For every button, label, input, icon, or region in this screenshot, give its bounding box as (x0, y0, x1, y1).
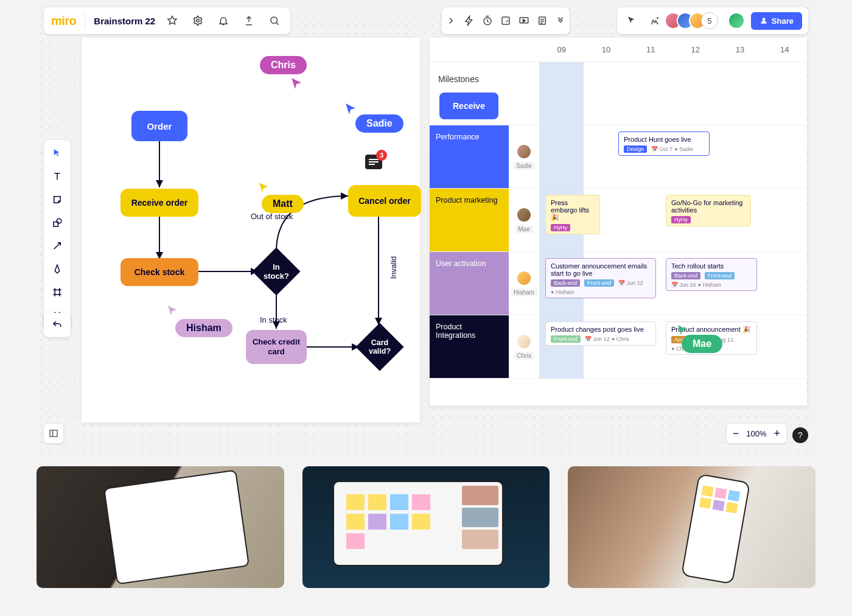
timeline-row-integrations: Product Integrations Chris Product chang… (430, 315, 807, 379)
topbar-left: miro Brainstorm 22 (44, 7, 290, 34)
text-tool-icon[interactable] (49, 168, 66, 185)
note-list-icon[interactable] (534, 12, 551, 29)
svg-point-0 (197, 19, 200, 23)
more-chevrons-icon[interactable] (552, 12, 569, 29)
timer-icon[interactable] (479, 12, 496, 29)
miro-logo[interactable]: miro (51, 14, 76, 28)
star-icon[interactable] (164, 12, 181, 29)
timeline-col-10: 10 (584, 45, 628, 54)
present-icon[interactable] (515, 12, 532, 29)
svg-point-6 (657, 18, 658, 19)
divider (85, 13, 85, 29)
reactions-icon[interactable] (646, 12, 663, 29)
collaborator-avatars[interactable]: 5 (669, 12, 718, 29)
card-announcement-emails[interactable]: Customer announcement emails start to go… (545, 258, 656, 298)
share-button[interactable]: Share (751, 12, 802, 30)
avatar (516, 207, 532, 223)
gallery-tv (302, 466, 550, 588)
bell-icon[interactable] (215, 12, 232, 29)
gallery-phone (568, 466, 815, 588)
timeline-row-performance: Performance Sadie Product Hunt goes live… (430, 125, 807, 189)
chevron-right-icon[interactable] (442, 12, 459, 29)
svg-rect-3 (502, 17, 509, 24)
embed-icon[interactable] (497, 12, 514, 29)
avatar (516, 144, 532, 159)
timeline-header: 09 10 11 12 13 14 (430, 38, 807, 62)
current-user-avatar[interactable] (728, 12, 745, 29)
avatar (516, 270, 532, 286)
flowchart-connectors (82, 38, 420, 422)
timeline-frame[interactable]: 09 10 11 12 13 14 Milestones Receive (430, 38, 807, 405)
timeline-col-12: 12 (673, 45, 718, 54)
svg-point-1 (271, 17, 278, 24)
topbar-center (442, 7, 570, 34)
timeline-col-11: 11 (629, 45, 673, 54)
share-label: Share (772, 16, 794, 26)
cursor-hisham: Hisham (175, 319, 232, 337)
timeline-col-09: 09 (539, 45, 584, 54)
settings-icon[interactable] (189, 12, 206, 29)
card-gonogo[interactable]: Go/No-Go for marketing activities HyHy (666, 195, 751, 226)
arrow-tool-icon[interactable] (49, 237, 66, 254)
help-button[interactable]: ? (792, 427, 808, 443)
card-tech-rollout[interactable]: Tech rollout starts Back-end Front-end 📅… (666, 258, 757, 291)
cursor-matt: Matt (262, 195, 304, 213)
select-tool-icon[interactable] (49, 145, 66, 162)
topbar-right: 5 Share (617, 7, 808, 34)
node-check-stock[interactable]: Check stock (120, 258, 198, 286)
svg-rect-9 (50, 430, 57, 437)
search-icon[interactable] (266, 12, 283, 29)
timeline-row-activation: User activation Hisham Customer announce… (430, 252, 807, 315)
pen-tool-icon[interactable] (49, 261, 66, 278)
bolt-icon[interactable] (461, 12, 478, 29)
timeline-col-13: 13 (718, 45, 762, 54)
frames-panel-button[interactable] (44, 424, 63, 443)
node-cancel-order[interactable]: Cancel order (348, 185, 421, 217)
comment-indicator[interactable]: 3 (365, 155, 382, 169)
card-embargo[interactable]: Press embargo lifts 🎉 HyHy (545, 195, 600, 234)
flowchart-frame[interactable]: Order Receive order Check stock In stock… (82, 38, 420, 422)
milestones-row: Milestones Receive (430, 62, 807, 125)
label-invalid: Invalid (389, 256, 398, 279)
node-check-cc[interactable]: Check credit card (246, 330, 307, 364)
card-product-changes[interactable]: Product changes post goes live Front-end… (545, 321, 656, 346)
zoom-out-button[interactable]: − (733, 427, 739, 440)
svg-point-8 (57, 219, 61, 223)
sticky-tool-icon[interactable] (49, 191, 66, 208)
node-receive-order[interactable]: Receive order (120, 189, 198, 217)
timeline-col-14: 14 (763, 45, 807, 54)
avatar (516, 334, 532, 349)
left-toolbar (44, 140, 71, 329)
avatar-count[interactable]: 5 (701, 12, 718, 29)
undo-button[interactable] (44, 313, 71, 337)
label-in-stock: In stock (260, 315, 287, 324)
milestones-label: Milestones (438, 74, 479, 84)
shape-tool-icon[interactable] (49, 214, 66, 231)
timeline-body: Performance Sadie Product Hunt goes live… (430, 125, 807, 379)
milestone-receive[interactable]: Receive (439, 93, 498, 119)
cursor-chris: Chris (260, 56, 307, 74)
zoom-in-button[interactable]: + (773, 427, 780, 440)
cursor-tool-icon[interactable] (623, 12, 640, 29)
frame-tool-icon[interactable] (49, 284, 66, 301)
cursor-mae: Mae (682, 335, 722, 353)
node-order[interactable]: Order (131, 111, 187, 141)
zoom-controls: − 100% + (727, 424, 786, 443)
device-gallery (37, 466, 815, 588)
zoom-level[interactable]: 100% (746, 429, 766, 438)
gallery-tablet (37, 466, 284, 588)
board-name[interactable]: Brainstorm 22 (94, 16, 155, 26)
cursor-sadie: Sadie (355, 114, 403, 133)
timeline-row-marketing: Product marketing Mae Press embargo lift… (430, 189, 807, 252)
export-icon[interactable] (240, 12, 257, 29)
card-product-hunt[interactable]: Product Hunt goes live Design 📅 Oct 7 ● … (618, 131, 710, 156)
label-out-of-stock: Out of stock (251, 212, 293, 221)
comment-count-badge: 3 (376, 150, 387, 161)
